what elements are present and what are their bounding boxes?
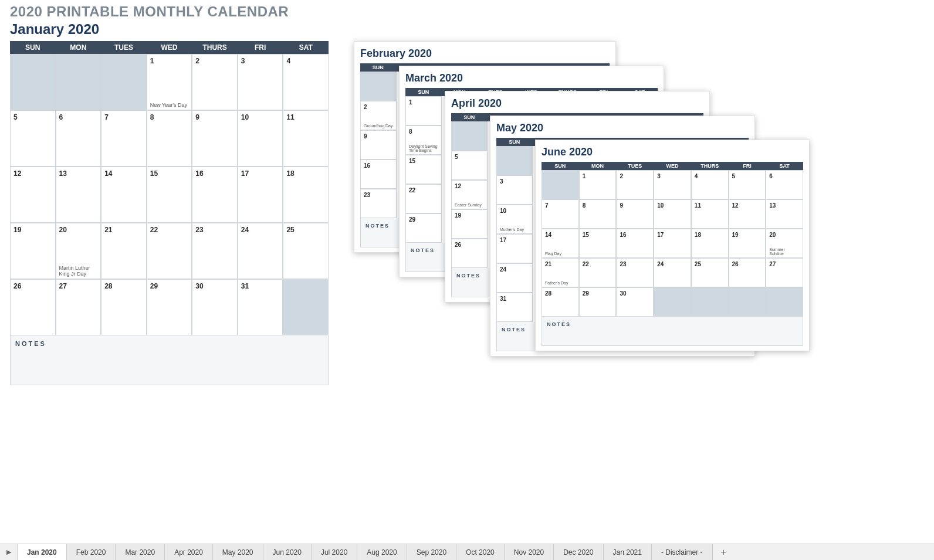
sheet-tab[interactable]: Jan 2021 [604,544,652,560]
calendar-cell: 2Groundhog Day [360,101,397,130]
calendar-cell: 26 [451,239,488,268]
sheet-tab[interactable]: Jan 2020 [18,544,67,560]
sheet-tab[interactable]: Feb 2020 [67,544,116,560]
month-title-may: May 2020 [496,122,749,134]
calendar-cell: 21Father's Day [542,258,579,287]
day-number: 28 [104,282,144,290]
weekday-label: TUES [101,41,147,54]
calendar-cell: 11 [283,110,329,167]
calendar-cell: 16 [360,159,397,189]
calendar-cell: 7 [101,110,147,167]
day-number: 3 [500,178,530,185]
month-title-feb: February 2020 [360,47,610,60]
sheet-tab[interactable]: Jun 2020 [263,544,312,560]
calendar-cell: 14 [101,167,147,223]
add-sheet-button[interactable]: + [713,544,735,560]
weekday-label: SUN [10,41,56,54]
day-number: 1 [583,173,614,179]
calendar-cell [654,287,691,317]
calendar-cell: 29 [579,287,617,317]
calendar-cell: 1 [405,96,442,125]
weekday-label: SAT [283,41,329,54]
sheet-tab[interactable]: Jul 2020 [312,544,357,560]
day-number: 2 [195,57,235,65]
day-number: 2 [364,104,394,110]
calendar-cell: 25 [283,223,329,279]
calendar-cell [360,72,397,101]
weekday-label: SUN [542,162,579,170]
tabs-container: Jan 2020Feb 2020Mar 2020Apr 2020May 2020… [18,544,713,560]
calendar-cell: 18 [691,229,729,258]
notes-section: NOTES [10,335,329,385]
day-number: 16 [620,232,651,238]
day-number: 5 [732,173,763,179]
day-number: 24 [241,226,280,234]
calendar-cell: 12 [10,167,56,223]
day-number: 3 [657,173,688,179]
day-number: 29 [409,216,439,223]
sheet-tab[interactable]: Sep 2020 [407,544,456,560]
sheet-tab[interactable]: Mar 2020 [116,544,165,560]
day-number: 26 [13,282,53,290]
sheet-tab[interactable]: Aug 2020 [357,544,407,560]
event-label: Daylight Saving Time Begins [409,144,439,153]
day-number: 15 [150,169,189,178]
day-number: 4 [286,57,326,65]
calendar-cell: 31 [496,293,533,322]
day-number: 31 [500,296,530,302]
calendar-cell: 28 [101,279,147,335]
calendar-cell: 27 [56,279,101,335]
sheet-tab[interactable]: - Disclaimer - [652,544,713,560]
calendar-cell: 2 [616,170,654,199]
weekday-label: SUN [405,88,441,96]
calendar-cell: 27 [766,258,803,287]
day-number: 13 [769,202,800,209]
sheet-tab[interactable]: Nov 2020 [505,544,554,560]
sheet-tab[interactable]: May 2020 [213,544,263,560]
day-number: 23 [364,192,394,198]
calendar-cell: 9 [192,110,238,167]
calendar-cell: 20Summer Solstice [766,229,803,258]
day-number: 16 [195,169,235,178]
calendar-cell: 19 [10,223,56,279]
calendar-cell: 14Flag Day [542,229,579,258]
sheet-tab[interactable]: Oct 2020 [456,544,505,560]
day-number: 26 [732,261,763,267]
calendar-cell: 24 [238,223,283,279]
day-number: 6 [59,113,99,121]
event-label: New Year's Day [150,103,189,108]
day-number: 19 [732,232,763,238]
day-number: 10 [657,202,688,209]
event-label: Martin Luther King Jr Day [59,266,99,277]
day-number: 19 [455,212,485,219]
day-number: 28 [545,290,576,297]
sheet-tab[interactable]: Apr 2020 [165,544,213,560]
calendar-cell: 17 [496,234,533,263]
calendar-cell: 4 [691,170,729,199]
calendar-cell: 18 [283,167,329,223]
calendar-cell: 3 [496,175,533,205]
page-title: 2020 PRINTABLE MONTHLY CALENDAR [10,4,289,20]
day-number: 17 [657,232,688,238]
day-number: 31 [241,282,280,290]
day-number: 7 [545,202,576,209]
calendar-grid-jan: 1New Year's Day2345678910111213141516171… [10,54,329,335]
calendar-cell: 8 [579,199,617,229]
calendar-cell [542,170,579,199]
tab-scroll-icon[interactable]: ▶ [0,544,18,560]
calendar-cell: 1New Year's Day [147,54,192,110]
calendar-cell: 31 [238,279,283,335]
weekday-label: FRI [238,41,283,54]
month-title-mar: March 2020 [405,72,658,84]
sheet-tab[interactable]: Dec 2020 [554,544,603,560]
calendar-cell: 24 [496,263,533,293]
calendar-grid-jun: 1234567891011121314Flag Day151617181920S… [542,170,803,317]
calendar-cell: 6 [766,170,803,199]
calendar-cell: 30 [616,287,654,317]
day-number: 9 [620,202,651,209]
day-number: 9 [195,113,235,121]
day-number: 4 [695,173,726,179]
day-number: 30 [195,282,235,290]
day-number: 14 [545,232,576,238]
calendar-cell: 22 [147,223,192,279]
